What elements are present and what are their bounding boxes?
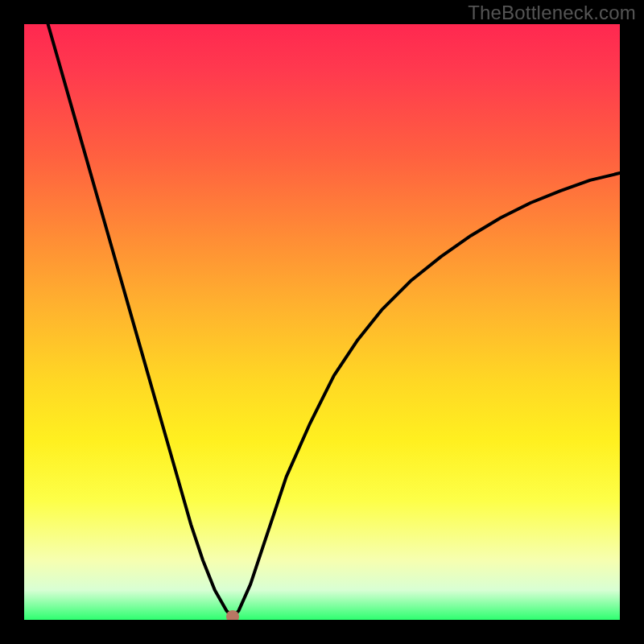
chart-frame: TheBottleneck.com [0,0,644,644]
plot-area [24,24,620,620]
watermark-text: TheBottleneck.com [468,2,636,24]
minimum-marker-icon [226,610,239,620]
bottleneck-curve [24,24,620,620]
